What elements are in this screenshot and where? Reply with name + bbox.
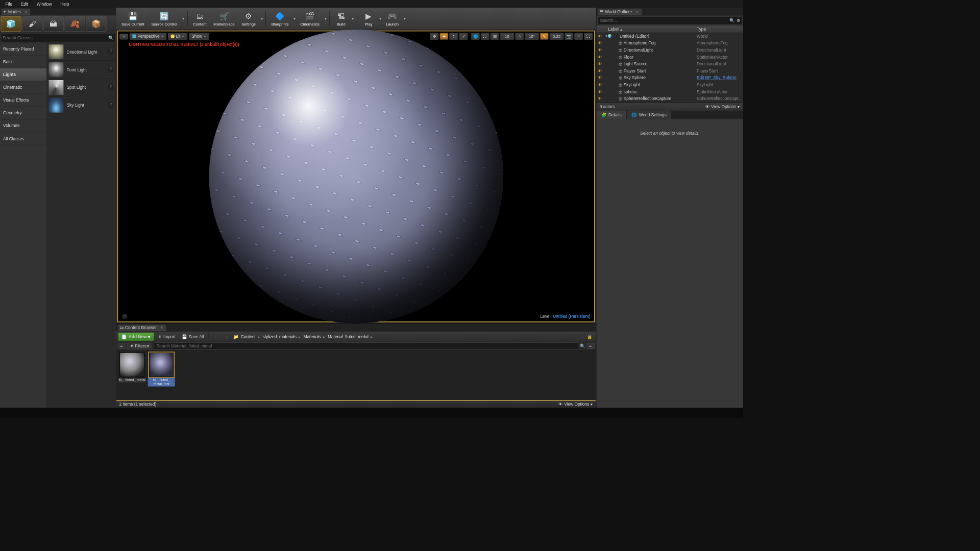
chevron-down-icon[interactable]: ▾ [259,16,263,21]
settings-button[interactable]: ⚙Settings [238,9,259,29]
mode-foliage-icon[interactable]: 🍂 [65,16,85,32]
gizmo-rotate-button[interactable]: ↻ [449,33,458,40]
mode-place-icon[interactable]: 🧊 [1,16,21,32]
add-new-button[interactable]: 📄 Add New ▾ [118,333,154,341]
view-options-button[interactable]: 👁View Options ▾ [705,104,740,109]
cat-visual-effects[interactable]: Visual Effects [0,94,46,107]
outliner-row[interactable]: 👁◎Player StartPlayerStart [597,67,743,74]
build-button[interactable]: 🏗Build [332,9,350,29]
marketplace-button[interactable]: 🛒Marketplace [210,9,237,29]
save-current-button[interactable]: 💾Save Current [118,9,148,29]
scale-snap-button[interactable]: ⤡ [540,33,549,40]
surface-snap-button[interactable]: ⛶ [481,33,489,40]
nav-back-button[interactable]: ← [212,333,219,340]
viewport[interactable]: ▼ Perspective▼ Lit▼ Show▼ ✥ ⬌ ↻ ⤢ 🌐 ⛶ ▦ … [117,31,595,322]
cat-lights[interactable]: Lights [0,68,46,81]
outliner-row[interactable]: 👁◎FloorStaticMeshActor [597,54,743,61]
actor-directional-light[interactable]: Directional Light ? [46,43,116,61]
close-icon[interactable]: × [636,9,639,14]
gizmo-translate-button[interactable]: ⬌ [439,33,448,40]
help-icon[interactable]: ? [122,314,128,319]
chevron-down-icon[interactable]: ▾ [292,16,297,21]
visibility-icon[interactable]: 👁 [597,47,604,52]
visibility-icon[interactable]: 👁 [597,55,604,59]
camera-speed-button[interactable]: 📷 [565,33,573,40]
grid-snap-button[interactable]: ▦ [491,33,499,40]
content-button[interactable]: 🗂Content [190,9,210,29]
modes-tab[interactable]: ✦ Modes × [2,8,30,15]
actor-spot-light[interactable]: Spot Light ? [46,79,116,96]
source-control-button[interactable]: 🔄Source Control [148,9,180,29]
angle-value-button[interactable]: 10° [525,33,538,40]
grid-size-button[interactable]: 10 [500,33,514,40]
outliner-header[interactable]: Label ▲ Type [597,26,743,33]
cat-cinematic[interactable]: Cinematic [0,81,46,94]
play-button[interactable]: ▶Play [360,9,378,29]
maximize-viewport-button[interactable]: ⛶ [584,33,593,40]
modes-search-input[interactable] [3,36,108,40]
cat-recently-placed[interactable]: Recently Placed [0,43,46,56]
view-options-button[interactable]: 👁View Options ▾ [558,402,593,407]
camera-value-button[interactable]: 4 [574,33,583,40]
help-icon[interactable]: ? [108,48,114,55]
actor-point-light[interactable]: Point Light ? [46,61,116,79]
outliner-search-input[interactable] [598,18,730,23]
menu-edit[interactable]: Edit [17,1,32,7]
crumb-item[interactable]: Material_fluted_metal [328,334,369,339]
asset-item[interactable]: M_..fluted_ metal [118,353,145,398]
close-icon[interactable]: × [25,9,28,14]
visibility-icon[interactable]: 👁 [597,76,604,80]
blueprints-button[interactable]: 🔷Blueprints [268,9,292,29]
modes-search[interactable]: 🔍 [1,34,115,42]
crumb-item[interactable]: stylized_materials [263,334,297,339]
world-outliner-tab[interactable]: ☰ World Outliner × [598,8,642,15]
menu-help[interactable]: Help [57,1,73,7]
nav-fwd-button[interactable]: → [223,333,230,340]
sources-toggle[interactable]: ≡ [118,343,126,349]
coord-space-button[interactable]: 🌐 [471,33,480,40]
tab-details[interactable]: 🧩Details [597,111,626,119]
outliner-search[interactable]: 🔍 ⚙ [597,16,742,25]
cat-all-classes[interactable]: All Classes [0,132,46,145]
visibility-icon[interactable]: 👁 [597,96,604,101]
outliner-row[interactable]: 👁◎spheraStaticMeshActor [597,88,743,95]
gizmo-select-button[interactable]: ✥ [430,33,439,40]
view-type-button[interactable]: ≡ [586,343,594,349]
outliner-row[interactable]: 👁▾🌍Untitled (Editor)World [597,33,743,40]
chevron-down-icon[interactable]: ▾ [378,16,382,21]
close-icon[interactable]: × [161,325,163,330]
options-icon[interactable]: ⚙ [735,18,742,23]
actor-sky-light[interactable]: Sky Light ? [46,96,116,114]
crumb-item[interactable]: Content [241,334,256,339]
lock-button[interactable]: 🔒 [585,333,594,340]
launch-button[interactable]: 🎮Launch [383,9,402,29]
import-button[interactable]: ⬆Import [157,333,177,340]
mode-landscape-icon[interactable]: 🏔 [43,16,64,32]
save-all-button[interactable]: 💾Save All [180,333,206,340]
show-button[interactable]: Show▼ [189,33,209,40]
help-icon[interactable]: ? [108,102,114,108]
outliner-row[interactable]: 👁◎DirectionalLightDirectionalLight [597,46,743,54]
asset-item[interactable]: M_..fluted_ metal_Inst [148,353,175,398]
visibility-icon[interactable]: 👁 [597,83,604,87]
visibility-icon[interactable]: 👁 [597,68,604,73]
angle-snap-button[interactable]: △ [515,33,524,40]
outliner-row[interactable]: 👁◎SphereReflectionCaptureSphereReflectio… [597,95,743,103]
crumb-item[interactable]: Materials [303,334,321,339]
outliner-row[interactable]: 👁◎SkyLightSkyLight [597,81,743,88]
lit-button[interactable]: Lit▼ [168,33,187,40]
perspective-button[interactable]: Perspective▼ [130,33,166,40]
outliner-row[interactable]: 👁◎Sky SphereEdit BP_Sky_Sphere [597,74,743,82]
chevron-down-icon[interactable]: ▾ [181,16,185,21]
content-browser-tab[interactable]: 🗂 Content Browser × [118,324,166,331]
outliner-row[interactable]: 👁◎Light SourceDirectionalLight [597,60,743,67]
content-search-input[interactable] [154,342,578,349]
menu-window[interactable]: Window [33,1,56,7]
visibility-icon[interactable]: 👁 [597,41,604,45]
chevron-down-icon[interactable]: ▾ [403,16,407,21]
scale-value-button[interactable]: 0.25 [550,33,564,40]
cinematics-button[interactable]: 🎬Cinematics [297,9,323,29]
mode-geometry-icon[interactable]: 📦 [86,16,106,32]
chevron-down-icon[interactable]: ▾ [323,16,327,21]
outliner-row[interactable]: 👁◎Atmospheric FogAtmosphericFog [597,39,743,46]
